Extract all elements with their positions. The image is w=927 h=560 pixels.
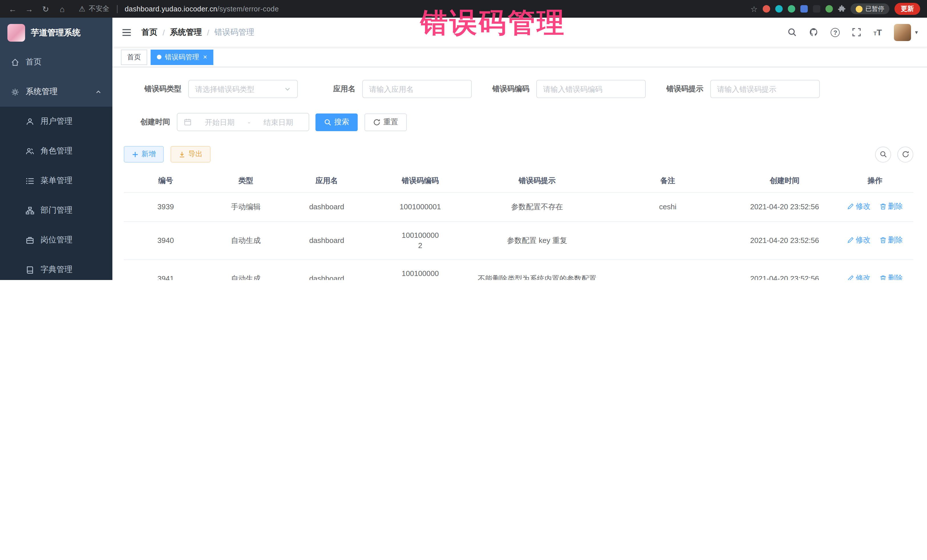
home-icon [11,58,20,67]
user-menu[interactable]: ▾ [894,24,918,41]
table-row: 3939 手动编辑 dashboard 1001000001 参数配置不存在 c… [124,193,913,222]
top-navbar: 首页 / 系统管理 / 错误码管理 ? TT ▾ [112,18,927,47]
end-date-input[interactable] [254,118,302,126]
cell-actions: 修改 删除 [837,222,913,260]
table-toolbar: 新增 导出 [124,146,913,162]
add-button[interactable]: 新增 [124,146,164,162]
extension-icon-red[interactable] [763,5,770,12]
sidebar-item-roles[interactable]: 角色管理 [0,136,112,166]
calendar-icon [184,118,191,126]
sidebar-item-label: 系统管理 [26,87,58,97]
sidebar-item-dictionary[interactable]: 字典管理 [0,255,112,280]
cell-code: 1001000001 [369,193,471,222]
filter-time-label: 创建时间 [124,117,177,127]
tab-error-codes[interactable]: 错误码管理 × [150,49,213,65]
start-date-input[interactable] [196,118,244,126]
breadcrumb-home[interactable]: 首页 [141,27,158,37]
extension-icon-green[interactable] [825,5,833,12]
divider [117,5,117,13]
security-chip[interactable]: ⚠ 不安全 [79,4,109,14]
error-hint-field[interactable] [710,80,820,98]
github-icon[interactable] [809,27,819,37]
error-code-input[interactable] [543,85,639,93]
error-hint-input[interactable] [717,85,813,93]
hamburger-icon[interactable] [122,27,132,37]
cell-app: dashboard [284,260,369,280]
active-dot-icon [157,55,161,59]
breadcrumb-current: 错误码管理 [214,27,254,37]
pencil-icon [847,237,854,243]
chevron-down-icon [284,85,291,93]
toolbar-right [875,146,913,162]
extension-icon-vue[interactable] [788,5,795,12]
sidebar-item-menus[interactable]: 菜单管理 [0,166,112,196]
search-button[interactable]: 搜索 [316,113,358,131]
sidebar-item-positions[interactable]: 岗位管理 [0,225,112,255]
app-name-input[interactable] [369,85,465,93]
error-code-field[interactable] [536,80,646,98]
edit-link[interactable]: 修改 [847,273,871,280]
breadcrumb-system[interactable]: 系统管理 [170,27,202,37]
app-logo [8,24,25,41]
delete-link[interactable]: 删除 [879,273,903,280]
col-code: 错误码编码 [369,169,471,193]
app-name-field[interactable] [362,80,472,98]
sidebar-item-label: 用户管理 [41,116,73,127]
bookmark-star-icon[interactable]: ☆ [751,4,758,14]
export-button[interactable]: 导出 [170,146,211,162]
filter-app: 应用名 [298,80,472,98]
help-icon[interactable]: ? [831,28,840,37]
delete-link[interactable]: 删除 [879,235,903,245]
extension-icon-teal[interactable] [775,5,783,12]
edit-link[interactable]: 修改 [847,201,871,212]
error-type-select-input[interactable] [195,85,280,93]
paused-badge[interactable]: 已暂停 [851,3,889,14]
extensions-puzzle-icon[interactable] [838,5,845,12]
search-icon[interactable] [787,27,797,37]
cell-note: ceshi [603,193,732,222]
paused-badge-label: 已暂停 [865,5,884,13]
sidebar-item-label: 首页 [26,57,42,67]
browser-toolbar: ← → ↻ ⌂ ⚠ 不安全 dashboard.yudao.iocoder.cn… [0,0,927,18]
browser-back-icon[interactable]: ← [7,4,18,14]
sidebar-item-users[interactable]: 用户管理 [0,107,112,136]
caret-down-icon: ▾ [915,29,918,35]
extension-icon-blue[interactable] [800,5,808,12]
breadcrumb: 首页 / 系统管理 / 错误码管理 [141,27,254,37]
refresh-icon [373,118,380,126]
range-separator: - [248,118,251,126]
sidebar-item-home[interactable]: 首页 [0,47,112,77]
table-row: 3941 自动生成 dashboard 100100000 3 不能删除类型为系… [124,260,913,280]
browser-forward-icon[interactable]: → [23,4,35,14]
address-bar[interactable]: dashboard.yudao.iocoder.cn/system/error-… [125,5,279,13]
security-label: 不安全 [89,4,109,14]
font-size-icon[interactable]: TT [874,28,882,36]
delete-link[interactable]: 删除 [879,201,903,212]
url-path: /system/error-code [217,5,279,13]
reset-button[interactable]: 重置 [365,113,407,131]
filter-hint: 错误码提示 [646,80,820,98]
browser-update-button[interactable]: 更新 [895,3,920,15]
fullscreen-icon[interactable] [852,27,862,37]
cell-hint: 参数配置不存在 [471,193,603,222]
sidebar-logo-row: 芋道管理系统 [0,18,112,47]
extension-icon-dark[interactable] [813,5,820,12]
sidebar: 芋道管理系统 首页 系统管理 用户管理 角色管理 菜单管理 [0,18,112,280]
tab-home[interactable]: 首页 [121,49,147,65]
plus-icon [132,151,138,158]
close-icon[interactable]: × [203,54,207,61]
browser-home-icon[interactable]: ⌂ [56,4,68,14]
cell-type: 自动生成 [207,222,284,260]
edit-link[interactable]: 修改 [847,235,871,245]
sidebar-item-label: 字典管理 [41,265,73,275]
cell-hint: 参数配置 key 重复 [471,222,603,260]
sidebar-item-system[interactable]: 系统管理 [0,77,112,107]
sidebar-item-departments[interactable]: 部门管理 [0,196,112,225]
toggle-search-button[interactable] [875,146,891,162]
refresh-table-button[interactable] [897,146,913,162]
book-icon [26,266,34,274]
date-range-picker[interactable]: - [177,113,309,131]
error-type-select[interactable] [188,80,298,98]
filter-app-label: 应用名 [298,84,362,94]
browser-reload-icon[interactable]: ↻ [40,4,51,14]
